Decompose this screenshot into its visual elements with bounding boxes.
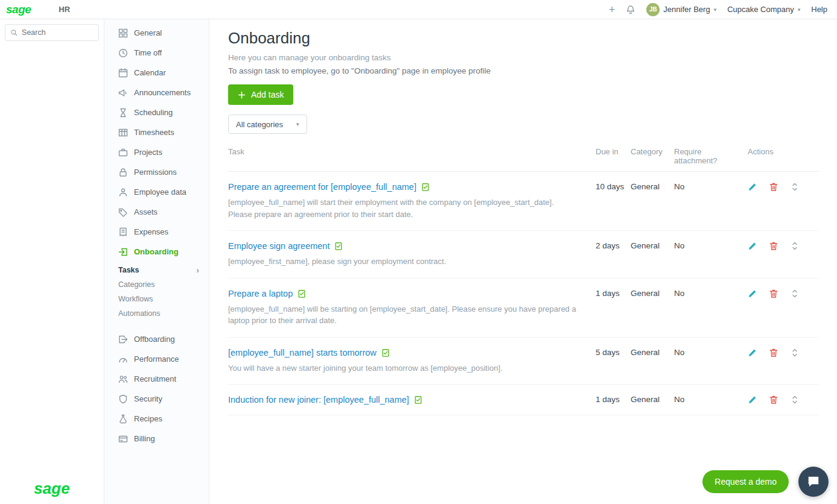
sidebar-item-label: Calendar bbox=[134, 68, 166, 77]
reorder-task-handle[interactable] bbox=[790, 289, 800, 298]
sidebar-item-announcements[interactable]: Announcements bbox=[104, 83, 209, 102]
subitem-label: Automations bbox=[118, 309, 160, 318]
quick-add-icon[interactable]: + bbox=[609, 5, 616, 14]
sidebar-item-offboarding[interactable]: Offboarding bbox=[104, 329, 209, 349]
task-category: General bbox=[631, 231, 674, 279]
reorder-task-handle[interactable] bbox=[790, 395, 800, 405]
trash-icon bbox=[769, 182, 778, 192]
sidebar-item-timesheets[interactable]: Timesheets bbox=[104, 122, 209, 142]
pencil-icon bbox=[748, 182, 757, 192]
help-link[interactable]: Help bbox=[811, 5, 827, 14]
sidebar-item-label: Time off bbox=[134, 48, 162, 57]
category-filter-select[interactable]: All categories ▾ bbox=[228, 115, 307, 134]
task-title-text: Employee sign agreement bbox=[228, 241, 329, 251]
trash-icon bbox=[769, 395, 778, 405]
task-description: [employee_full_name] will start their em… bbox=[228, 197, 578, 220]
sidebar-item-label: Billing bbox=[134, 434, 155, 443]
delete-task-button[interactable] bbox=[769, 289, 778, 298]
shield-icon bbox=[118, 394, 128, 404]
sage-footer-logo: sage bbox=[34, 479, 69, 498]
task-checklist-icon bbox=[414, 395, 422, 404]
edit-task-button[interactable] bbox=[748, 395, 757, 405]
task-title-text: [employee_full_name] starts tomorrow bbox=[228, 348, 377, 358]
sidebar-item-onboarding[interactable]: Onboarding bbox=[104, 242, 209, 262]
task-title-link[interactable]: Prepare a laptop bbox=[228, 289, 306, 298]
left-sidebar: sage bbox=[0, 19, 104, 504]
pencil-icon bbox=[748, 348, 757, 358]
sidebar-item-employee-data[interactable]: Employee data bbox=[104, 182, 209, 202]
user-menu[interactable]: JB Jennifer Berg ▾ bbox=[646, 3, 716, 16]
user-name: Jennifer Berg bbox=[663, 5, 710, 14]
sidebar-subitem-automations[interactable]: Automations bbox=[104, 306, 209, 321]
sidebar-item-scheduling[interactable]: Scheduling bbox=[104, 102, 209, 122]
company-name: Cupcake Company bbox=[727, 5, 794, 14]
sidebar-item-general[interactable]: General bbox=[104, 23, 209, 43]
sidebar-item-expenses[interactable]: Expenses bbox=[104, 222, 209, 242]
sidebar-item-time-off[interactable]: Time off bbox=[104, 43, 209, 63]
chat-launcher[interactable] bbox=[798, 467, 829, 497]
up-down-arrows-icon bbox=[790, 289, 800, 298]
main-content: Onboarding Here you can manage your onbo… bbox=[209, 19, 837, 504]
trash-icon bbox=[769, 241, 778, 251]
product-name: HR bbox=[59, 5, 70, 14]
table-row: Prepare an agreement for [employee_full_… bbox=[228, 172, 819, 231]
task-title-link[interactable]: Induction for new joiner: [employee_full… bbox=[228, 395, 422, 405]
task-category: General bbox=[631, 385, 674, 415]
table-row: [employee_full_name] starts tomorrow You… bbox=[228, 337, 819, 385]
tasks-table: Task Due in Category Require attachment?… bbox=[228, 141, 819, 415]
notifications-bell-icon[interactable] bbox=[626, 5, 635, 14]
sidebar-item-label: Timesheets bbox=[134, 128, 174, 137]
sidebar-item-recruitment[interactable]: Recruitment bbox=[104, 369, 209, 389]
company-menu[interactable]: Cupcake Company ▾ bbox=[727, 5, 800, 14]
delete-task-button[interactable] bbox=[769, 395, 778, 405]
task-description: [employee_full_name] will be starting on… bbox=[228, 303, 578, 327]
task-checklist-icon bbox=[421, 183, 430, 191]
sidebar-subitem-tasks[interactable]: Tasks › bbox=[104, 263, 209, 277]
sidebar-item-projects[interactable]: Projects bbox=[104, 142, 209, 162]
delete-task-button[interactable] bbox=[769, 348, 778, 358]
task-attachment: No bbox=[674, 278, 748, 337]
reorder-task-handle[interactable] bbox=[790, 182, 800, 192]
task-category: General bbox=[631, 337, 674, 385]
edit-task-button[interactable] bbox=[748, 289, 757, 298]
sidebar-item-recipes[interactable]: Recipes bbox=[104, 409, 209, 429]
chevron-right-icon: › bbox=[196, 265, 199, 275]
edit-task-button[interactable] bbox=[748, 348, 757, 358]
edit-task-button[interactable] bbox=[748, 241, 757, 251]
task-title-link[interactable]: Prepare an agreement for [employee_full_… bbox=[228, 182, 430, 192]
delete-task-button[interactable] bbox=[769, 182, 778, 192]
column-header-attachment: Require attachment? bbox=[674, 141, 748, 172]
task-title-link[interactable]: [employee_full_name] starts tomorrow bbox=[228, 348, 390, 358]
task-title-text: Prepare an agreement for [employee_full_… bbox=[228, 182, 416, 192]
sidebar-subitem-categories[interactable]: Categories bbox=[104, 277, 209, 292]
delete-task-button[interactable] bbox=[769, 241, 778, 251]
chevron-down-icon: ▾ bbox=[798, 7, 801, 13]
category-filter-value: All categories bbox=[236, 120, 283, 129]
onboarding-sub-nav: Tasks › Categories Workflows Automations bbox=[104, 263, 209, 321]
sage-logo: sage bbox=[6, 3, 31, 16]
megaphone-icon bbox=[118, 88, 128, 98]
page-subtitle: Here you can manage your onboarding task… bbox=[228, 53, 819, 62]
column-header-due: Due in bbox=[596, 141, 631, 172]
sidebar-item-performance[interactable]: Performance bbox=[104, 349, 209, 369]
edit-task-button[interactable] bbox=[748, 182, 757, 192]
sidebar-subitem-workflows[interactable]: Workflows bbox=[104, 292, 209, 306]
reorder-task-handle[interactable] bbox=[790, 348, 800, 358]
plus-icon bbox=[238, 91, 246, 99]
search-input[interactable] bbox=[22, 28, 94, 37]
sidebar-item-label: Recruitment bbox=[134, 374, 176, 383]
task-due: 2 days bbox=[596, 231, 631, 279]
sidebar-item-security[interactable]: Security bbox=[104, 389, 209, 409]
sidebar-item-assets[interactable]: Assets bbox=[104, 202, 209, 222]
task-category: General bbox=[631, 172, 674, 231]
task-title-link[interactable]: Employee sign agreement bbox=[228, 241, 343, 251]
grid-icon bbox=[118, 28, 128, 38]
offboarding-icon bbox=[118, 335, 128, 344]
add-task-button[interactable]: Add task bbox=[228, 84, 293, 105]
sidebar-item-billing[interactable]: Billing bbox=[104, 429, 209, 449]
sidebar-item-permissions[interactable]: Permissions bbox=[104, 162, 209, 182]
request-demo-button[interactable]: Request a demo bbox=[702, 470, 789, 493]
reorder-task-handle[interactable] bbox=[790, 241, 800, 251]
sidebar-item-calendar[interactable]: Calendar bbox=[104, 63, 209, 83]
task-description: You will have a new starter joining your… bbox=[228, 362, 578, 374]
